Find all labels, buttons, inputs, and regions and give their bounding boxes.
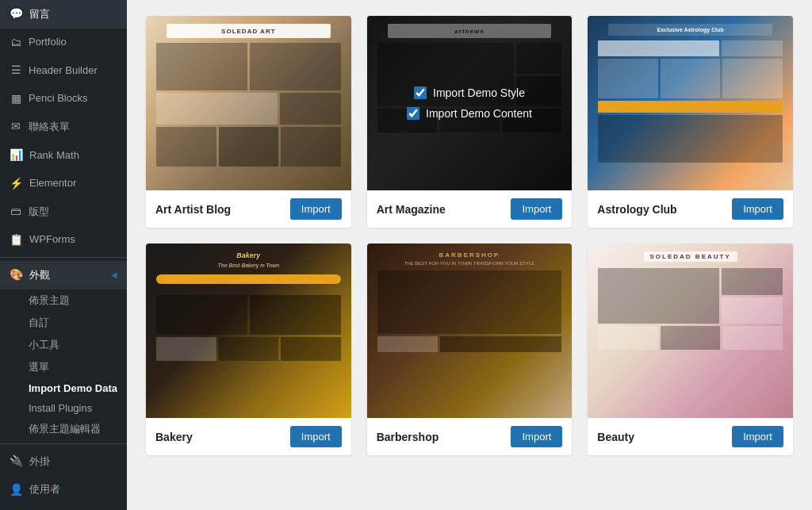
sidebar-item-label: 版型: [29, 205, 49, 219]
demo-card-art-magazine: artnews: [367, 16, 573, 228]
demo-title: Beauty: [597, 431, 634, 443]
demo-card-astrology-club: Exclusive Astrology Club: [588, 16, 793, 228]
thumb-block: [281, 127, 341, 167]
sidebar-item-appearance[interactable]: 🎨 外觀 ◀: [0, 261, 127, 290]
sidebar-item-header-builder[interactable]: ☰ Header Builder: [0, 56, 127, 85]
thumb-row-2: [598, 59, 783, 98]
sidebar-item-label: 外觀: [29, 268, 50, 282]
demo-title: Astrology Club: [597, 203, 676, 216]
sidebar-item-versions[interactable]: 🗃 版型: [0, 197, 127, 226]
rank-math-icon: 📊: [10, 148, 23, 163]
sidebar-item-plugins[interactable]: 🔌 外掛: [0, 447, 127, 476]
sidebar-sub-menus[interactable]: 選單: [0, 356, 127, 378]
sidebar-sub-theme-editor[interactable]: 佈景主題編輯器: [0, 418, 127, 440]
demo-thumb-barbershop: BARBERSHOP THE BEST FOR YOU IN TOWN TRAN…: [367, 243, 573, 418]
import-button-bakery[interactable]: Import: [290, 426, 342, 447]
demo-thumb-art-artist-blog: SOLEDAD ART: [146, 16, 351, 190]
import-style-checkbox[interactable]: [414, 86, 427, 99]
sidebar-item-rank-math[interactable]: 📊 Rank Math: [0, 141, 127, 170]
thumb-block: [598, 115, 783, 163]
contact-form-icon: ✉: [10, 119, 22, 135]
thumb-block: [156, 93, 278, 125]
thumb-row-1: [598, 40, 783, 56]
demo-card-footer: Beauty Import: [588, 418, 793, 455]
sidebar-item-label: Portfolio: [29, 35, 67, 49]
demo-title: Barbershop: [377, 431, 439, 443]
thumb-sub-col: [722, 268, 783, 324]
users-icon: 👤: [10, 482, 23, 498]
thumb-block: [598, 59, 658, 98]
thumb-inner: SOLEDAD ART: [146, 16, 351, 190]
header-builder-icon: ☰: [10, 63, 22, 79]
thumb-block: [377, 270, 562, 334]
sidebar-item-portfolio[interactable]: 🗂 Portfolio: [0, 29, 127, 57]
sidebar-item-label: 外掛: [29, 454, 50, 469]
demo-title: Bakery: [155, 431, 193, 443]
overlay-option-content[interactable]: Import Demo Content: [407, 107, 532, 120]
thumb-row-2: [377, 336, 562, 352]
sidebar-item-tools[interactable]: 🔧 工具: [0, 504, 127, 510]
sidebar-item-label: Elementor: [29, 176, 76, 190]
demo-grid: SOLEDAD ART: [146, 16, 793, 455]
demo-card-beauty: SOLEDAD BEAUTY: [588, 243, 793, 455]
overlay-label-style: Import Demo Style: [433, 86, 525, 99]
sidebar-item-wpforms[interactable]: 📋 WPForms: [0, 226, 127, 255]
import-button-art-magazine[interactable]: Import: [511, 198, 562, 220]
thumb-title: Exclusive Astrology Club: [608, 24, 772, 36]
main-content: SOLEDAD ART: [127, 0, 812, 510]
sidebar-item-label: 使用者: [29, 482, 60, 497]
import-button-barbershop[interactable]: Import: [511, 426, 562, 447]
elementor-icon: ⚡: [10, 176, 23, 192]
import-button-astrology-club[interactable]: Import: [732, 198, 783, 220]
thumb-block: [156, 274, 341, 284]
demo-thumb-beauty: SOLEDAD BEAUTY: [588, 243, 793, 418]
sidebar-sub-widgets[interactable]: 小工具: [0, 334, 127, 356]
demo-card-footer: Art Magazine Import: [367, 190, 573, 228]
thumb-content: [598, 268, 783, 350]
thumb-row-3: [598, 101, 783, 113]
sidebar-sub-install-plugins[interactable]: Install Plugins: [0, 398, 127, 418]
demo-card-art-artist-blog: SOLEDAD ART: [146, 16, 351, 228]
sidebar-sub-themes[interactable]: 佈景主題: [0, 290, 127, 312]
thumb-block: [661, 326, 721, 350]
import-content-checkbox[interactable]: [407, 107, 419, 120]
sidebar-item-contact-form[interactable]: ✉ 聯絡表單: [0, 113, 127, 141]
sidebar-item-elementor[interactable]: ⚡ Elementor: [0, 170, 127, 198]
thumb-row-1: [156, 274, 341, 284]
thumb-content: [156, 43, 341, 167]
sidebar-item-label: 聯絡表單: [29, 120, 70, 134]
thumb-row-4: [598, 115, 783, 163]
thumb-block: [598, 268, 719, 324]
versions-icon: 🗃: [10, 204, 22, 220]
penci-blocks-icon: ▦: [10, 91, 22, 107]
sidebar-item-penci-blocks[interactable]: ▦ Penci Blocks: [0, 85, 127, 113]
import-button-beauty[interactable]: Import: [732, 426, 783, 447]
demo-thumb-bakery: Bakery The Best Bakery in Town: [146, 243, 351, 418]
thumb-block: [280, 93, 341, 125]
plugins-icon: 🔌: [10, 454, 23, 470]
thumb-tagline: THE BEST FOR YOU IN TOWN TRANSFORM YOUR …: [388, 261, 552, 266]
overlay-option-style[interactable]: Import Demo Style: [414, 86, 525, 99]
thumb-block: [722, 59, 783, 98]
thumb-inner: Exclusive Astrology Club: [588, 16, 793, 190]
appearance-icon: 🎨: [10, 267, 23, 283]
sidebar-sub-import-demo[interactable]: Import Demo Data: [0, 378, 127, 398]
sidebar-divider-1: [0, 257, 127, 258]
thumb-row-2: [598, 326, 783, 350]
thumb-content: [598, 40, 783, 163]
import-button-art-artist-blog[interactable]: Import: [290, 198, 342, 220]
thumb-content: [156, 274, 341, 361]
thumb-block: [156, 295, 247, 335]
thumb-title: SOLEDAD ART: [167, 24, 331, 38]
demo-thumb-art-magazine: artnews: [367, 16, 573, 190]
overlay-label-content: Import Demo Content: [426, 107, 532, 120]
thumb-row-3: [156, 337, 341, 361]
thumb-title: BARBERSHOP: [439, 251, 500, 259]
demo-title: Art Artist Blog: [155, 203, 231, 216]
thumb-title: SOLEDAD BEAUTY: [644, 251, 737, 262]
demo-card-barbershop: BARBERSHOP THE BEST FOR YOU IN TOWN TRAN…: [367, 243, 573, 455]
comments-icon: 💬: [10, 6, 23, 22]
sidebar-item-comments[interactable]: 💬 留言: [0, 0, 127, 29]
sidebar-sub-customize[interactable]: 自訂: [0, 312, 127, 334]
sidebar-item-users[interactable]: 👤 使用者: [0, 476, 127, 504]
